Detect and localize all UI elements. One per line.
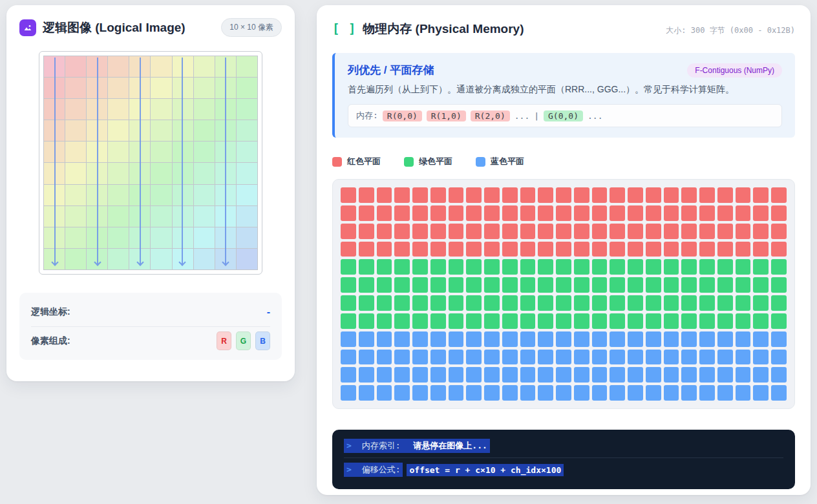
logical-pixel[interactable] (151, 142, 171, 162)
memory-byte-g[interactable] (628, 295, 643, 311)
memory-byte-r[interactable] (520, 242, 536, 257)
memory-byte-r[interactable] (736, 224, 751, 239)
memory-byte-g[interactable] (753, 295, 769, 311)
memory-byte-b[interactable] (664, 367, 679, 383)
logical-pixel[interactable] (151, 56, 171, 77)
memory-byte-g[interactable] (520, 277, 536, 293)
memory-byte-r[interactable] (664, 205, 679, 221)
logical-pixel[interactable] (87, 227, 107, 248)
logical-pixel[interactable] (215, 185, 236, 205)
memory-byte-g[interactable] (592, 313, 608, 329)
memory-byte-r[interactable] (502, 242, 518, 257)
memory-byte-b[interactable] (377, 385, 392, 401)
logical-pixel[interactable] (194, 78, 215, 98)
memory-byte-r[interactable] (359, 242, 374, 257)
memory-byte-r[interactable] (646, 242, 661, 257)
memory-byte-r[interactable] (520, 205, 536, 221)
logical-pixel[interactable] (194, 56, 215, 77)
logical-pixel[interactable] (44, 206, 65, 227)
memory-byte-r[interactable] (430, 224, 446, 239)
logical-pixel[interactable] (215, 249, 236, 269)
logical-pixel[interactable] (194, 227, 215, 248)
memory-byte-g[interactable] (449, 313, 464, 329)
memory-byte-g[interactable] (628, 259, 643, 275)
memory-byte-b[interactable] (681, 367, 697, 383)
memory-byte-g[interactable] (412, 259, 428, 275)
memory-byte-b[interactable] (359, 367, 374, 383)
memory-byte-b[interactable] (394, 331, 410, 347)
memory-byte-r[interactable] (592, 205, 608, 221)
logical-pixel[interactable] (194, 120, 215, 141)
logical-pixel[interactable] (65, 249, 86, 269)
logical-pixel[interactable] (151, 163, 171, 184)
memory-byte-g[interactable] (736, 277, 751, 293)
logical-pixel[interactable] (44, 99, 65, 120)
memory-byte-b[interactable] (736, 331, 751, 347)
memory-byte-b[interactable] (592, 331, 608, 347)
memory-byte-r[interactable] (753, 224, 769, 239)
logical-pixel[interactable] (194, 206, 215, 227)
memory-byte-r[interactable] (717, 205, 733, 221)
memory-byte-b[interactable] (699, 385, 715, 401)
memory-byte-b[interactable] (681, 350, 697, 365)
logical-pixel[interactable] (108, 206, 129, 227)
memory-byte-r[interactable] (538, 187, 553, 203)
memory-byte-r[interactable] (556, 187, 571, 203)
memory-byte-r[interactable] (430, 187, 446, 203)
logical-pixel[interactable] (215, 120, 236, 141)
memory-byte-b[interactable] (556, 367, 571, 383)
memory-byte-r[interactable] (520, 187, 536, 203)
logical-pixel[interactable] (44, 78, 65, 98)
logical-pixel[interactable] (65, 206, 86, 227)
memory-byte-b[interactable] (574, 350, 589, 365)
memory-byte-g[interactable] (394, 277, 410, 293)
memory-byte-r[interactable] (736, 205, 751, 221)
memory-byte-b[interactable] (556, 385, 571, 401)
memory-byte-g[interactable] (484, 259, 500, 275)
logical-pixel[interactable] (65, 99, 86, 120)
memory-byte-g[interactable] (466, 295, 482, 311)
memory-byte-g[interactable] (592, 259, 608, 275)
memory-byte-r[interactable] (341, 187, 356, 203)
logical-pixel[interactable] (65, 56, 86, 77)
memory-byte-g[interactable] (681, 277, 697, 293)
memory-byte-g[interactable] (753, 277, 769, 293)
memory-byte-g[interactable] (736, 259, 751, 275)
logical-grid[interactable] (43, 56, 258, 270)
memory-byte-b[interactable] (628, 350, 643, 365)
logical-pixel[interactable] (65, 120, 86, 141)
memory-byte-r[interactable] (771, 187, 787, 203)
memory-byte-r[interactable] (502, 187, 518, 203)
memory-byte-g[interactable] (556, 259, 571, 275)
memory-byte-g[interactable] (717, 295, 733, 311)
logical-pixel[interactable] (237, 206, 257, 227)
memory-byte-b[interactable] (736, 367, 751, 383)
memory-byte-b[interactable] (412, 385, 428, 401)
memory-byte-r[interactable] (646, 224, 661, 239)
memory-byte-r[interactable] (574, 205, 589, 221)
logical-pixel[interactable] (151, 185, 171, 205)
logical-pixel[interactable] (87, 120, 107, 141)
memory-byte-r[interactable] (412, 187, 428, 203)
memory-byte-b[interactable] (466, 350, 482, 365)
memory-byte-b[interactable] (430, 350, 446, 365)
logical-pixel[interactable] (173, 163, 193, 184)
memory-byte-b[interactable] (430, 385, 446, 401)
memory-byte-r[interactable] (592, 242, 608, 257)
memory-byte-b[interactable] (341, 331, 356, 347)
memory-byte-g[interactable] (430, 277, 446, 293)
memory-byte-b[interactable] (753, 350, 769, 365)
logical-pixel[interactable] (173, 56, 193, 77)
memory-byte-g[interactable] (610, 277, 625, 293)
memory-byte-g[interactable] (556, 313, 571, 329)
memory-byte-g[interactable] (610, 313, 625, 329)
memory-byte-r[interactable] (466, 187, 482, 203)
memory-byte-r[interactable] (574, 224, 589, 239)
memory-byte-b[interactable] (341, 385, 356, 401)
memory-byte-b[interactable] (610, 385, 625, 401)
memory-byte-g[interactable] (538, 277, 553, 293)
memory-byte-r[interactable] (771, 224, 787, 239)
memory-byte-b[interactable] (466, 385, 482, 401)
memory-byte-r[interactable] (681, 224, 697, 239)
logical-pixel[interactable] (129, 99, 150, 120)
